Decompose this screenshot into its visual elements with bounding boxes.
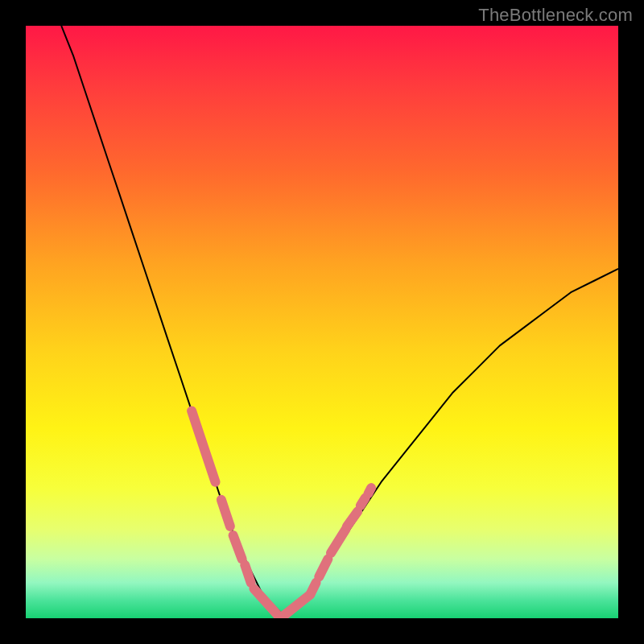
highlight-segments bbox=[192, 411, 371, 618]
plot-area bbox=[26, 26, 618, 618]
watermark-text: TheBottleneck.com bbox=[478, 5, 633, 26]
curve-svg bbox=[26, 26, 618, 618]
bottleneck-curve bbox=[61, 26, 618, 618]
chart-frame: TheBottleneck.com bbox=[0, 0, 644, 644]
